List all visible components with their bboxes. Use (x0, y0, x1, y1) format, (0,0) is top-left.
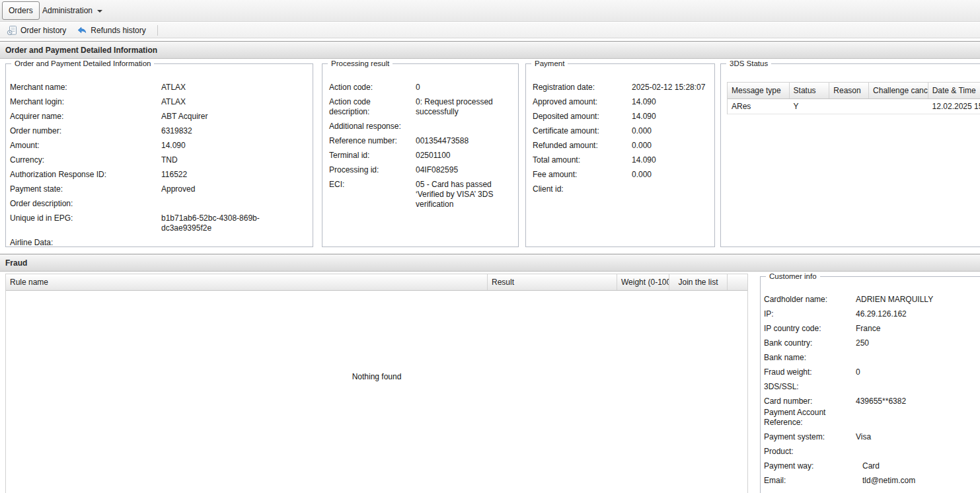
field-value: 46.29.126.162 (856, 309, 980, 319)
field-value: 250 (856, 338, 980, 348)
field-terminal-id: Terminal id: 02501100 (329, 151, 513, 161)
refunds-history-button[interactable]: Refunds history (73, 24, 149, 37)
panel-customer-info: Customer info Cardholder name: ADRIEN MA… (760, 276, 980, 493)
threeds-grid-row: ARes Y 12.02.2025 15 (728, 99, 980, 114)
field-fraud-weight: Fraud weight: 0 (764, 367, 980, 377)
order-history-button[interactable]: Order history (3, 24, 69, 37)
cell-challenge-cancel (869, 99, 928, 114)
column-header-date-time[interactable]: Date & Time (928, 83, 980, 98)
chevron-down-icon (97, 10, 102, 13)
field-airline-data: Airline Data: (10, 238, 307, 248)
panel-3ds-status: 3DS Status Message type Status Reason Ch… (720, 63, 980, 247)
field-email: Email: tld@netim.com (764, 476, 980, 486)
order-history-icon (7, 25, 17, 36)
field-ip-country-code: IP country code: France (764, 324, 980, 334)
field-acquirer-name: Acquirer name: ABT Acquirer (10, 112, 307, 122)
field-value: 0.000 (632, 170, 709, 180)
cell-status: Y (790, 99, 830, 114)
field-value (856, 382, 980, 392)
field-action-code-description: Action code description: 0: Request proc… (329, 97, 513, 117)
field-payment-system: Payment system: Visa (764, 432, 980, 442)
field-refunded-amount: Refunded amount: 0.000 (533, 141, 709, 151)
field-value: 04IF082595 (416, 165, 513, 175)
field-value: TND (161, 155, 307, 165)
field-fee-amount: Fee amount: 0.000 (533, 170, 709, 180)
field-merchant-name: Merchant name: ATLAX (10, 83, 307, 93)
field-bank-country: Bank country: 250 (764, 338, 980, 348)
section-header-fraud: Fraud (0, 254, 980, 272)
column-header-challenge-cancel[interactable]: Challenge cancel (869, 83, 928, 98)
field-label: Merchant name: (10, 83, 161, 93)
field-value: 001354473588 (416, 136, 513, 146)
field-label: Certificate amount: (533, 126, 632, 136)
column-header-message-type[interactable]: Message type (728, 83, 790, 98)
field-value: 14.090 (632, 155, 709, 165)
field-value: 14.090 (161, 141, 307, 151)
field-value: Card (856, 461, 980, 471)
field-order-description: Order description: (10, 199, 307, 209)
field-value: 2025-02-12 15:28:07 (632, 83, 709, 93)
field-product: Product: (764, 447, 980, 457)
field-label: Bank name: (764, 353, 856, 363)
field-label: Payment way: (764, 461, 856, 471)
field-amount: Amount: 14.090 (10, 141, 307, 151)
column-header-rule-name[interactable]: Rule name (6, 274, 488, 290)
field-payment-state: Payment state: Approved (10, 184, 307, 194)
field-label: Payment state: (10, 184, 161, 194)
threeds-grid: Message type Status Reason Challenge can… (727, 82, 980, 114)
section-header-order-payment: Order and Payment Detailed Information (0, 41, 980, 59)
field-merchant-login: Merchant login: ATLAX (10, 97, 307, 107)
column-header-weight[interactable]: Weight (0-100) (617, 274, 669, 290)
field-ip: IP: 46.29.126.162 (764, 309, 980, 319)
field-value: 0 (856, 367, 980, 377)
field-value: Visa (856, 432, 980, 442)
field-label: Reference number: (329, 136, 416, 146)
field-label: 3DS/SSL: (764, 382, 856, 392)
field-value: 439655**6382 (856, 397, 980, 406)
field-label: IP: (764, 309, 856, 319)
field-registration-date: Registration date: 2025-02-12 15:28:07 (533, 83, 709, 93)
field-payment-account-reference: Payment Account Reference: (764, 408, 980, 428)
field-value: 0: Request processed successfully (416, 97, 513, 117)
field-label: Action code: (329, 83, 416, 93)
field-value: 14.090 (632, 97, 709, 107)
field-label: Processing id: (329, 165, 416, 175)
field-label: Approved amount: (533, 97, 632, 107)
field-value (856, 408, 980, 428)
section-header-order-payment-label: Order and Payment Detailed Information (5, 46, 157, 55)
field-label: Order description: (10, 199, 161, 209)
field-label: Cardholder name: (764, 295, 856, 305)
field-value: 0.000 (632, 126, 709, 136)
panel-customer-info-legend: Customer info (766, 272, 820, 281)
field-value: 0 (416, 83, 513, 93)
field-label: Product: (764, 447, 856, 457)
field-value: 116522 (161, 170, 307, 180)
field-label: Airline Data: (10, 238, 161, 248)
tab-orders[interactable]: Orders (2, 1, 40, 20)
fraud-grid: Rule name Result Weight (0-100) Join the… (5, 274, 748, 493)
panel-3ds-status-legend: 3DS Status (726, 59, 771, 68)
field-card-number: Card number: 439655**6382 (764, 397, 980, 406)
field-cardholder-name: Cardholder name: ADRIEN MARQUILLY (764, 295, 980, 305)
panel-processing-result: Processing result Action code: 0 Action … (322, 63, 519, 247)
menu-administration[interactable]: Administration (37, 1, 108, 20)
column-header-status[interactable]: Status (790, 83, 830, 98)
field-value: 02501100 (416, 151, 513, 161)
field-label: Acquirer name: (10, 112, 161, 122)
column-header-join-the-list[interactable]: Join the list (669, 274, 728, 290)
field-order-number: Order number: 6319832 (10, 126, 307, 136)
refunds-history-label: Refunds history (91, 26, 145, 35)
field-currency: Currency: TND (10, 155, 307, 165)
field-label: Amount: (10, 141, 161, 151)
field-value: ATLAX (161, 97, 307, 107)
field-client-id: Client id: (533, 184, 709, 194)
field-value: tld@netim.com (856, 476, 980, 486)
field-authorization-response-id: Authorization Response ID: 116522 (10, 170, 307, 180)
threeds-grid-header: Message type Status Reason Challenge can… (728, 83, 980, 99)
field-action-code: Action code: 0 (329, 83, 513, 93)
field-label: IP country code: (764, 324, 856, 334)
main-menubar: Orders Administration (0, 0, 980, 22)
column-header-reason[interactable]: Reason (829, 83, 869, 98)
column-header-result[interactable]: Result (488, 274, 617, 290)
field-label: Payment system: (764, 432, 856, 442)
